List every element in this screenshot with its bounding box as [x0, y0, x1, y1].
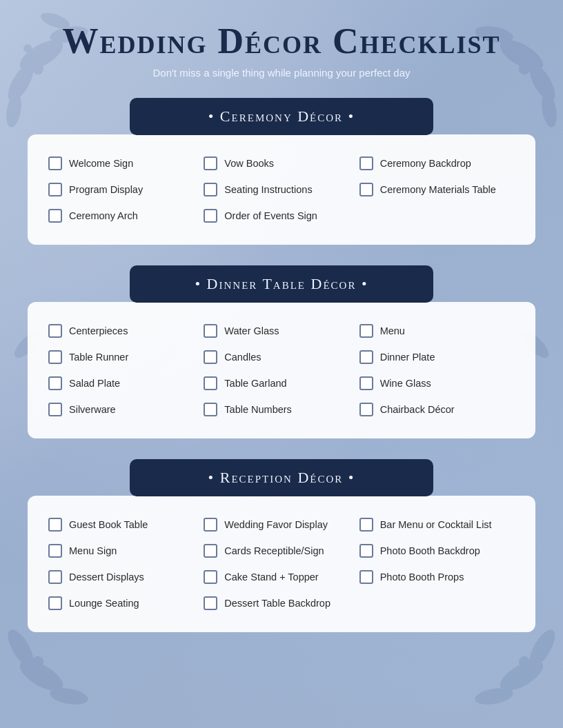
checkbox[interactable]	[48, 209, 62, 223]
checklist-label: Table Runner	[69, 352, 128, 363]
checklist-item[interactable]: Order of Events Sign	[204, 206, 359, 225]
checklist-label: Menu	[380, 325, 405, 336]
checkbox[interactable]	[204, 183, 217, 196]
checklist-label: Ceremony Backdrop	[380, 158, 471, 169]
checkbox[interactable]	[204, 324, 217, 338]
checkbox[interactable]	[359, 350, 373, 364]
checklist-label: Menu Sign	[69, 545, 117, 556]
checkbox[interactable]	[359, 570, 373, 584]
section-reception: • Reception Décor •Guest Book TableMenu …	[28, 459, 535, 632]
checklist-label: Centerpieces	[69, 325, 128, 336]
checkbox[interactable]	[204, 596, 217, 610]
checklist-item[interactable]: Lounge Seating	[48, 594, 204, 613]
checklist-item[interactable]: Candles	[204, 347, 359, 367]
checkbox[interactable]	[204, 544, 217, 558]
checklist-label: Salad Plate	[69, 378, 120, 389]
page-subtitle: Don't miss a single thing while planning…	[28, 67, 535, 79]
checkbox[interactable]	[204, 518, 217, 532]
checklist-label: Dessert Table Backdrop	[224, 598, 330, 609]
checklist-label: Photo Booth Backdrop	[380, 545, 480, 556]
checkbox[interactable]	[48, 544, 62, 558]
checkbox[interactable]	[204, 403, 217, 416]
checkbox[interactable]	[48, 156, 62, 170]
checkbox[interactable]	[359, 376, 373, 390]
checklist-label: Vow Books	[224, 158, 274, 169]
checklist-item[interactable]: Photo Booth Props	[359, 567, 515, 587]
checklist-label: Ceremony Materials Table	[380, 184, 496, 195]
checkbox[interactable]	[204, 209, 217, 223]
checklist-label: Guest Book Table	[69, 519, 148, 530]
checkbox[interactable]	[359, 403, 373, 416]
checkbox[interactable]	[48, 518, 62, 532]
checklist-item[interactable]: Cake Stand + Topper	[204, 567, 359, 587]
checklist-item[interactable]: Dinner Plate	[359, 347, 515, 367]
checkbox[interactable]	[48, 324, 62, 338]
checklist-item[interactable]: Menu	[359, 321, 515, 341]
checklist-label: Silverware	[69, 404, 116, 415]
checklist-label: Water Glass	[224, 325, 279, 336]
checklist-item[interactable]: Salad Plate	[48, 374, 204, 393]
checkbox[interactable]	[48, 350, 62, 364]
checklist-item[interactable]: Centerpieces	[48, 321, 204, 341]
checklist-label: Table Numbers	[224, 404, 292, 415]
checklist-item[interactable]: Vow Books	[204, 154, 359, 173]
checklist-item[interactable]: Bar Menu or Cocktail List	[359, 515, 515, 534]
checkbox[interactable]	[204, 376, 217, 390]
checklist-item[interactable]: Water Glass	[204, 321, 359, 341]
checklist-item[interactable]: Menu Sign	[48, 541, 204, 560]
checklist-item[interactable]: Ceremony Arch	[48, 206, 204, 225]
checklist-label: Order of Events Sign	[224, 210, 317, 221]
checkbox[interactable]	[48, 403, 62, 416]
checklist-label: Wine Glass	[380, 378, 431, 389]
checklist-item[interactable]: Seating Instructions	[204, 180, 359, 199]
checklist-label: Photo Booth Props	[380, 572, 464, 583]
checkbox[interactable]	[48, 596, 62, 610]
checklist-item[interactable]: Dessert Displays	[48, 567, 204, 587]
checklist-item[interactable]: Ceremony Backdrop	[359, 154, 515, 173]
checklist-label: Dessert Displays	[69, 572, 144, 583]
checklist-item[interactable]: Ceremony Materials Table	[359, 180, 515, 199]
checklist-label: Dinner Plate	[380, 352, 435, 363]
checklist-item[interactable]: Silverware	[48, 400, 204, 419]
checklist-item[interactable]: Photo Booth Backdrop	[359, 541, 515, 560]
checklist-label: Cake Stand + Topper	[224, 572, 318, 583]
checklist-item[interactable]: Table Garland	[204, 374, 359, 393]
checkbox[interactable]	[359, 518, 373, 532]
section-ceremony-header: • Ceremony Décor •	[208, 108, 355, 125]
checkbox[interactable]	[359, 183, 373, 196]
checklist-item[interactable]: Table Runner	[48, 347, 204, 367]
checklist-label: Lounge Seating	[69, 598, 139, 609]
checklist-item[interactable]: Welcome Sign	[48, 154, 204, 173]
checklist-label: Ceremony Arch	[69, 210, 138, 221]
checkbox[interactable]	[48, 376, 62, 390]
checklist-item[interactable]: Table Numbers	[204, 400, 359, 419]
checklist-item[interactable]: Wine Glass	[359, 374, 515, 393]
checklist-label: Chairback Décor	[380, 404, 455, 415]
checklist-label: Candles	[224, 352, 261, 363]
checkbox[interactable]	[359, 544, 373, 558]
checklist-item[interactable]: Dessert Table Backdrop	[204, 594, 359, 613]
checklist-item[interactable]: Cards Receptible/Sign	[204, 541, 359, 560]
checkbox[interactable]	[204, 570, 217, 584]
checkbox[interactable]	[204, 156, 217, 170]
section-dinner-header: • Dinner Table Décor •	[195, 275, 368, 292]
checklist-item[interactable]: Guest Book Table	[48, 515, 204, 534]
checkbox[interactable]	[204, 350, 217, 364]
checklist-label: Table Garland	[224, 378, 286, 389]
checklist-item[interactable]: Wedding Favor Display	[204, 515, 359, 534]
page-title: Wedding Décor Checklist	[28, 21, 535, 61]
checklist-label: Seating Instructions	[224, 184, 312, 195]
checkbox[interactable]	[359, 156, 373, 170]
section-reception-header: • Reception Décor •	[208, 469, 355, 486]
section-dinner: • Dinner Table Décor •CenterpiecesTable …	[28, 265, 535, 438]
checklist-label: Cards Receptible/Sign	[224, 545, 324, 556]
checkbox[interactable]	[48, 183, 62, 196]
section-ceremony: • Ceremony Décor •Welcome SignProgram Di…	[28, 98, 535, 245]
checklist-item[interactable]: Chairback Décor	[359, 400, 515, 419]
checklist-label: Wedding Favor Display	[224, 519, 328, 530]
checklist-item[interactable]: Program Display	[48, 180, 204, 199]
checkbox[interactable]	[359, 324, 373, 338]
checkbox[interactable]	[48, 570, 62, 584]
checklist-label: Bar Menu or Cocktail List	[380, 519, 492, 530]
checklist-label: Welcome Sign	[69, 158, 133, 169]
